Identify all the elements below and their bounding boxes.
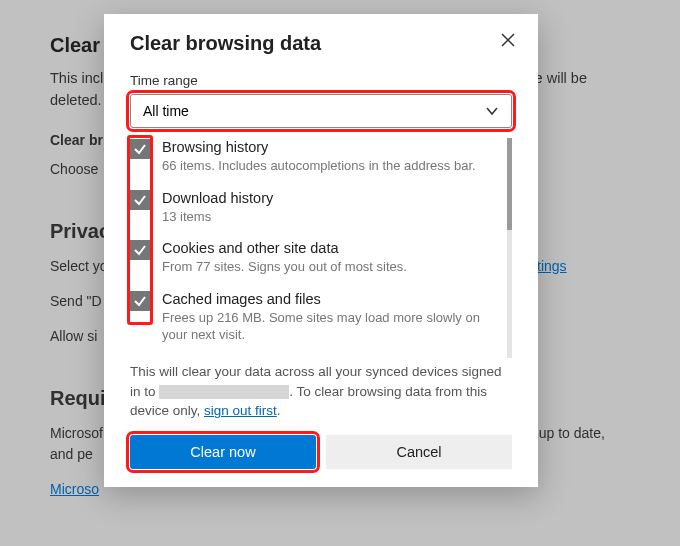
clear-now-button[interactable]: Clear now <box>130 435 316 469</box>
sync-dot: . <box>277 403 281 418</box>
checkmark-icon <box>133 142 147 156</box>
close-icon <box>501 33 515 47</box>
option-subtitle: Frees up 216 MB. Some sites may load mor… <box>162 310 499 344</box>
option-subtitle: From 77 sites. Signs you out of most sit… <box>162 259 499 276</box>
scrollbar[interactable] <box>507 138 512 358</box>
cancel-button[interactable]: Cancel <box>326 435 512 469</box>
options-list: Browsing history 66 items. Includes auto… <box>130 138 507 358</box>
scrollbar-thumb[interactable] <box>507 138 512 230</box>
option-download-history: Download history 13 items <box>130 189 499 226</box>
checkmark-icon <box>133 243 147 257</box>
close-button[interactable] <box>496 28 520 52</box>
option-browsing-history: Browsing history 66 items. Includes auto… <box>130 138 499 175</box>
option-title: Cookies and other site data <box>162 239 499 258</box>
checkbox-browsing-history[interactable] <box>130 139 150 159</box>
time-range-label: Time range <box>130 73 512 88</box>
option-cached: Cached images and files Frees up 216 MB.… <box>130 290 499 344</box>
sync-notice: This will clear your data across all you… <box>130 362 512 421</box>
option-cookies: Cookies and other site data From 77 site… <box>130 239 499 276</box>
chevron-down-icon <box>485 104 499 118</box>
redacted-account <box>159 385 289 399</box>
option-subtitle: 66 items. Includes autocompletions in th… <box>162 158 499 175</box>
option-title: Download history <box>162 189 499 208</box>
checkbox-cookies[interactable] <box>130 240 150 260</box>
sign-out-link[interactable]: sign out first <box>204 403 277 418</box>
checkmark-icon <box>133 193 147 207</box>
time-range-select[interactable]: All time <box>130 94 512 128</box>
dialog-title: Clear browsing data <box>130 32 512 55</box>
checkbox-cached[interactable] <box>130 291 150 311</box>
checkmark-icon <box>133 294 147 308</box>
option-title: Browsing history <box>162 138 499 157</box>
clear-browsing-data-dialog: Clear browsing data Time range All time … <box>104 14 538 487</box>
option-subtitle: 13 items <box>162 209 499 226</box>
option-title: Cached images and files <box>162 290 499 309</box>
checkbox-download-history[interactable] <box>130 190 150 210</box>
time-range-value: All time <box>143 103 189 119</box>
